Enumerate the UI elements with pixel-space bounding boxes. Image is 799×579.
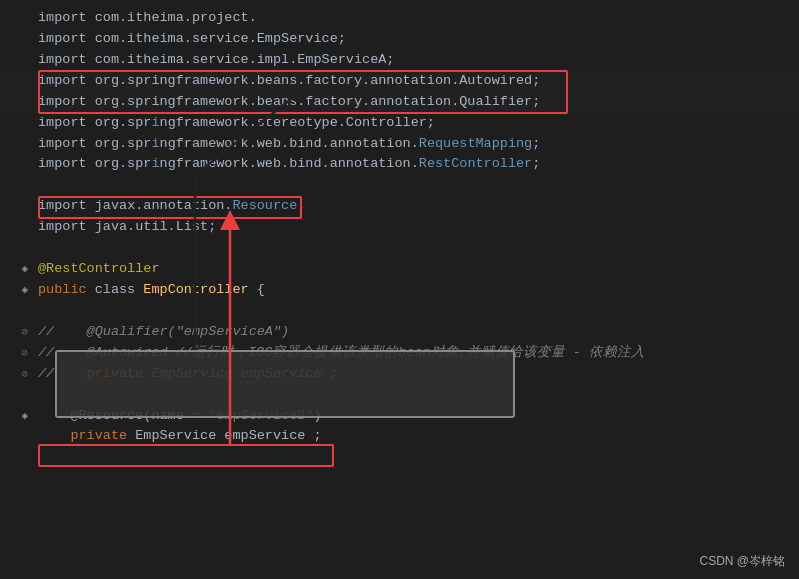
line-text xyxy=(38,238,787,259)
line-text: @RestController xyxy=(38,259,787,280)
line-num: ⊘ xyxy=(0,366,28,383)
line-num: ◈ xyxy=(0,261,28,278)
code-line-21: private EmpService empService ; xyxy=(0,426,799,447)
line-text: // @Autowired //运行时，IOC容器会提供该类型的bean对象,并… xyxy=(38,343,787,364)
line-text: import org.springframework.beans.factory… xyxy=(38,92,787,113)
line-text: import org.springframework.beans.factory… xyxy=(38,71,787,92)
line-text: import com.itheima.project. xyxy=(38,8,787,29)
line-text xyxy=(38,175,787,196)
code-line-10: import javax.annotation.Resource; xyxy=(0,196,799,217)
line-text xyxy=(38,301,787,322)
code-line-18: ⊘ // private EmpService empService ; xyxy=(0,364,799,385)
red-box-resource-annotation xyxy=(38,444,334,467)
line-num: ⊘ xyxy=(0,324,28,341)
line-num: ◈ xyxy=(0,408,28,425)
line-text: import com.itheima.service.EmpService; xyxy=(38,29,787,50)
code-line-1: import com.itheima.project. xyxy=(0,8,799,29)
code-line-16: ⊘ // @Qualifier("empServiceA") xyxy=(0,322,799,343)
line-text: public class EmpController { xyxy=(38,280,787,301)
code-line-8: import org.springframework.web.bind.anno… xyxy=(0,154,799,175)
code-line-13: ◈ @RestController xyxy=(0,259,799,280)
line-text xyxy=(38,385,787,406)
code-line-12 xyxy=(0,238,799,259)
line-num: ◈ xyxy=(0,282,28,299)
line-text: import org.springframework.stereotype.Co… xyxy=(38,113,787,134)
code-editor: import com.itheima.project. import com.i… xyxy=(0,0,799,579)
code-line-20: ◈ @Resource(name = "empServiceB") xyxy=(0,406,799,427)
watermark: CSDN @岑梓铭 xyxy=(699,552,785,571)
code-line-4: import org.springframework.beans.factory… xyxy=(0,71,799,92)
code-line-3: import com.itheima.service.impl.EmpServi… xyxy=(0,50,799,71)
code-line-11: import java.util.List; xyxy=(0,217,799,238)
line-text: @Resource(name = "empServiceB") xyxy=(38,406,787,427)
code-line-7: import org.springframework.web.bind.anno… xyxy=(0,134,799,155)
line-text: import org.springframework.web.bind.anno… xyxy=(38,134,787,155)
line-text: import org.springframework.web.bind.anno… xyxy=(38,154,787,175)
line-text: import java.util.List; xyxy=(38,217,787,238)
line-text: // private EmpService empService ; xyxy=(38,364,787,385)
code-line-5: import org.springframework.beans.factory… xyxy=(0,92,799,113)
code-line-9 xyxy=(0,175,799,196)
line-text: import com.itheima.service.impl.EmpServi… xyxy=(38,50,787,71)
code-line-17: ⊘ // @Autowired //运行时，IOC容器会提供该类型的bean对象… xyxy=(0,343,799,364)
line-text: private EmpService empService ; xyxy=(38,426,787,447)
line-num: ⊘ xyxy=(0,345,28,362)
code-line-15 xyxy=(0,301,799,322)
code-line-19 xyxy=(0,385,799,406)
code-line-14: ◈ public class EmpController { xyxy=(0,280,799,301)
line-text: import javax.annotation.Resource; xyxy=(38,196,787,217)
line-text: // @Qualifier("empServiceA") xyxy=(38,322,787,343)
code-line-2: import com.itheima.service.EmpService; xyxy=(0,29,799,50)
code-line-6: import org.springframework.stereotype.Co… xyxy=(0,113,799,134)
